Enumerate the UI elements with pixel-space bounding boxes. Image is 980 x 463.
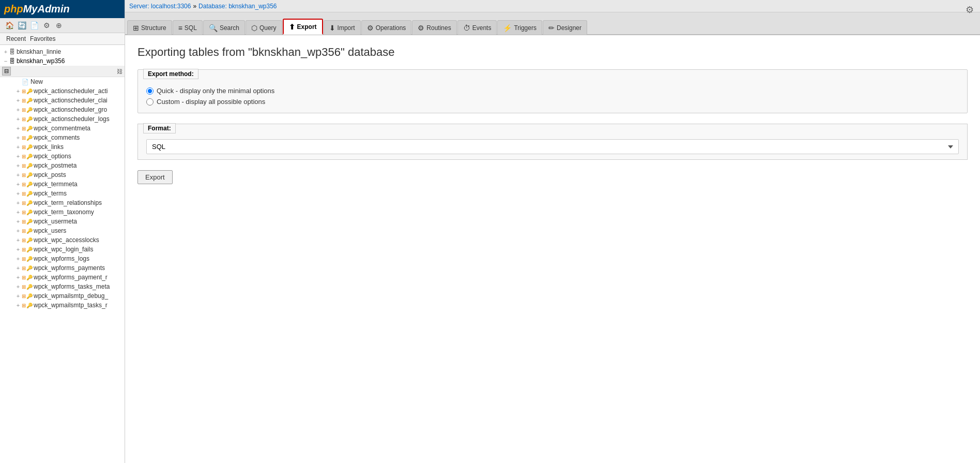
table-item[interactable]: +⊞🔑wpck_actionscheduler_clai	[0, 96, 125, 105]
tab-query[interactable]: ⬡Query	[246, 20, 282, 35]
structure-tab-label: Structure	[141, 24, 166, 32]
tab-events[interactable]: ⏱Events	[457, 20, 497, 35]
db-item-linnie[interactable]: + 🗄 bknskhan_linnie	[0, 47, 125, 56]
table-icons: ⊞🔑	[22, 144, 33, 150]
breadcrumb-database[interactable]: Database: bknskhan_wp356	[198, 3, 277, 10]
expander: +	[14, 190, 22, 197]
table-item[interactable]: +⊞🔑wpck_wpc_login_fails	[0, 245, 125, 254]
quick-label: Quick - display only the minimal options	[157, 87, 274, 95]
home-icon[interactable]: 🏠	[4, 20, 14, 31]
export-button[interactable]: Export	[137, 170, 173, 184]
table-item[interactable]: +⊞🔑wpck_usermeta	[0, 217, 125, 226]
table-item[interactable]: +⊞🔑wpck_options	[0, 152, 125, 161]
table-item[interactable]: +⊞🔑wpck_wpforms_payments	[0, 263, 125, 273]
export-tab-label: Export	[297, 23, 317, 31]
new-db-icon[interactable]: 📄	[29, 20, 39, 31]
chain-icon: ⛓	[117, 68, 122, 74]
quick-radio[interactable]	[146, 87, 154, 95]
table-item[interactable]: +⊞🔑wpck_term_relationships	[0, 198, 125, 207]
import-tab-label: Import	[338, 24, 355, 32]
tab-designer[interactable]: ✏Designer	[543, 20, 587, 35]
settings-icon[interactable]: ⚙	[41, 20, 52, 31]
tab-search[interactable]: 🔍Search	[203, 20, 245, 35]
db-icon-linnie: 🗄	[9, 49, 15, 55]
db-item-wp356[interactable]: − 🗄 bknskhan_wp356	[0, 56, 125, 66]
table-icons: ⊞🔑	[22, 256, 33, 262]
tab-routines[interactable]: ⚙Routines	[412, 20, 456, 35]
expander: +	[14, 200, 22, 206]
tab-import[interactable]: ⬇Import	[324, 20, 361, 35]
settings-gear-icon[interactable]: ⚙	[966, 4, 974, 16]
custom-option[interactable]: Custom - display all possible options	[146, 98, 959, 106]
quick-option[interactable]: Quick - display only the minimal options	[146, 87, 959, 95]
tab-sql[interactable]: ≡SQL	[173, 20, 203, 35]
table-item[interactable]: +⊞🔑wpck_wpc_accesslocks	[0, 235, 125, 245]
table-icons: ⊞🔑	[22, 200, 33, 206]
tab-operations[interactable]: ⚙Operations	[361, 20, 412, 35]
more-icon[interactable]: ⊕	[54, 20, 64, 31]
table-item[interactable]: +⊞🔑wpck_wpmailsmtp_tasks_r	[0, 301, 125, 310]
expander: +	[14, 88, 22, 94]
tab-structure[interactable]: ⊞Structure	[127, 20, 172, 35]
tab-bar: ⊞Structure≡SQL🔍Search⬡Query⬆Export⬇Impor…	[125, 12, 980, 35]
import-tab-icon: ⬇	[329, 24, 335, 32]
table-item[interactable]: +⊞🔑wpck_wpmailsmtp_debug_	[0, 291, 125, 301]
export-tab-icon: ⬆	[289, 23, 295, 31]
table-item[interactable]: +⊞🔑wpck_wpforms_tasks_meta	[0, 282, 125, 291]
table-item[interactable]: 📄New	[0, 77, 125, 86]
expander: +	[14, 135, 22, 141]
tab-export[interactable]: ⬆Export	[283, 19, 323, 35]
table-item[interactable]: +⊞🔑wpck_actionscheduler_gro	[0, 105, 125, 114]
format-select[interactable]: SQLCSVCSV for MS ExcelJSONXMLPDF	[146, 139, 959, 154]
recent-button[interactable]: Recent	[4, 35, 28, 43]
table-item[interactable]: +⊞🔑wpck_users	[0, 226, 125, 235]
table-item[interactable]: +⊞🔑wpck_actionscheduler_logs	[0, 114, 125, 124]
export-method-content: Quick - display only the minimal options…	[138, 80, 967, 113]
routines-tab-icon: ⚙	[418, 24, 424, 32]
table-item[interactable]: +⊞🔑wpck_wpforms_payment_r	[0, 273, 125, 282]
expander: +	[14, 209, 22, 215]
expander: +	[14, 97, 22, 103]
table-icons: ⊞🔑	[22, 247, 33, 252]
table-item[interactable]: +⊞🔑wpck_comments	[0, 133, 125, 142]
table-icons: ⊞🔑	[22, 303, 33, 308]
table-icons: ⊞🔑	[22, 163, 33, 169]
table-icons: ⊞🔑	[22, 107, 33, 113]
table-icons: ⊞🔑	[22, 116, 33, 122]
tab-triggers[interactable]: ⚡Triggers	[497, 20, 542, 35]
operations-tab-label: Operations	[376, 24, 406, 32]
table-item[interactable]: +⊞🔑wpck_links	[0, 142, 125, 152]
table-item[interactable]: +⊞🔑wpck_commentmeta	[0, 124, 125, 133]
expander: +	[14, 116, 22, 122]
table-item[interactable]: +⊞🔑wpck_termmeta	[0, 180, 125, 189]
table-list: 📄New+⊞🔑wpck_actionscheduler_acti+⊞🔑wpck_…	[0, 77, 125, 310]
table-icons: ⊞🔑	[22, 284, 33, 290]
table-item[interactable]: +⊞🔑wpck_term_taxonomy	[0, 207, 125, 217]
table-item[interactable]: +⊞🔑wpck_postmeta	[0, 161, 125, 170]
table-icons: ⊞🔑	[22, 191, 33, 197]
format-select-wrapper: SQLCSVCSV for MS ExcelJSONXMLPDF	[146, 139, 959, 154]
search-tab-label: Search	[220, 24, 239, 32]
sidebar-header: phpMyAdmin	[0, 0, 125, 18]
table-icons: ⊞🔑	[22, 210, 33, 215]
breadcrumb-server[interactable]: Server: localhost:3306	[129, 3, 191, 10]
expander: +	[14, 274, 22, 280]
breadcrumb-bar: Server: localhost:3306 » Database: bknsk…	[125, 0, 980, 12]
favorites-button[interactable]: Favorites	[28, 35, 57, 43]
expander: +	[14, 153, 22, 159]
table-icons: ⊞🔑	[22, 98, 33, 103]
designer-tab-label: Designer	[557, 24, 581, 32]
reload-icon[interactable]: 🔄	[17, 20, 27, 31]
table-item[interactable]: +⊞🔑wpck_terms	[0, 189, 125, 198]
table-item[interactable]: +⊞🔑wpck_posts	[0, 170, 125, 180]
search-tab-icon: 🔍	[209, 24, 218, 32]
table-icons: ⊞🔑	[22, 126, 33, 131]
custom-radio[interactable]	[146, 98, 154, 106]
export-method-legend: Export method:	[143, 69, 198, 79]
table-icons: ⊞🔑	[22, 182, 33, 187]
collapse-icon[interactable]: ⊟	[2, 67, 11, 76]
table-icons: ⊞🔑	[22, 293, 33, 299]
table-item[interactable]: +⊞🔑wpck_wpforms_logs	[0, 254, 125, 263]
operations-tab-icon: ⚙	[367, 24, 374, 32]
table-item[interactable]: +⊞🔑wpck_actionscheduler_acti	[0, 86, 125, 96]
